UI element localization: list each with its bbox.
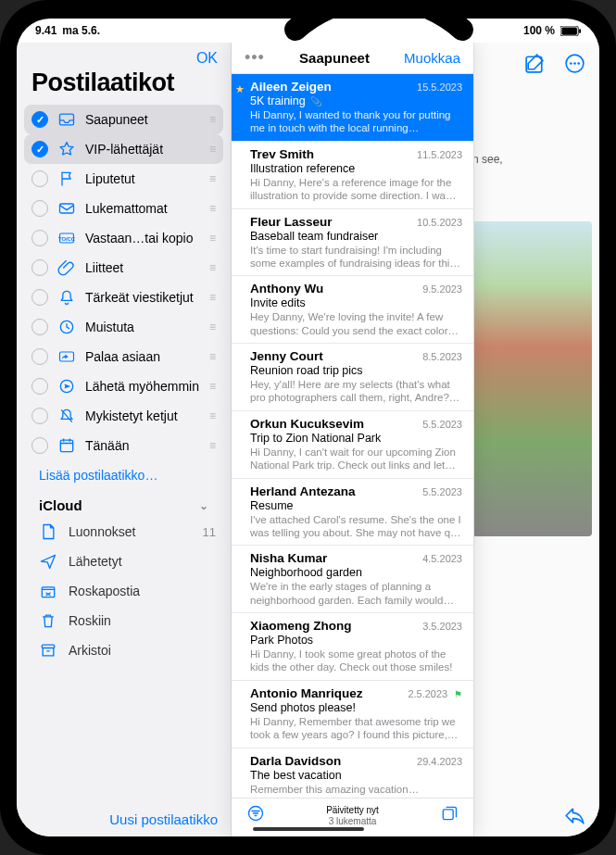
message-preview: It's time to start fundraising! I'm incl… [250,244,462,270]
svg-rect-12 [42,587,54,597]
sidebar-item-label: Saapuneet [85,112,200,127]
inbox-edit-button[interactable]: Muokkaa [404,50,460,66]
ok-button[interactable]: OK [196,50,218,67]
message-date: 2.5.2023 ⚑ [408,688,462,699]
checkbox[interactable] [31,408,48,424]
svg-rect-13 [42,645,54,648]
reorder-grip-icon[interactable]: ≡ [209,232,216,245]
message-pane: n see, [465,43,599,836]
sidebar-item-saapuneet[interactable]: Saapuneet≡ [24,105,223,134]
sidebar-item-liitteet[interactable]: Liitteet≡ [24,253,223,283]
reply-icon[interactable] [563,804,586,827]
account-item-roskapostia[interactable]: Roskapostia [24,576,223,606]
reorder-grip-icon[interactable]: ≡ [209,439,216,452]
message-row[interactable]: Jenny Court8.5.2023Reunion road trip pic… [232,344,473,411]
envelope-icon [57,199,76,218]
sidebar-item-l-het-my-hemmin[interactable]: Lähetä myöhemmin≡ [24,371,223,401]
checkbox[interactable] [31,437,48,454]
account-item-roskiin[interactable]: Roskiin [24,606,223,635]
sidebar-title: Postilaatikot [17,69,231,105]
sidebar-item-vastaan-tai-kopio[interactable]: TO/CCVastaan…tai kopio≡ [24,223,223,253]
reorder-grip-icon[interactable]: ≡ [209,380,216,393]
message-row[interactable]: Xiaomeng Zhong3.5.2023Park PhotosHi Dann… [232,613,473,681]
reorder-grip-icon[interactable]: ≡ [209,261,216,274]
flag-icon: ⚑ [451,689,462,699]
message-row[interactable]: Trev Smith11.5.2023Illustration referenc… [232,142,473,209]
checkbox[interactable] [31,141,48,157]
reorder-grip-icon[interactable]: ≡ [209,143,216,156]
filter-icon[interactable] [246,804,265,827]
sidebar-item-label: Vastaan…tai kopio [85,231,200,245]
home-indicator [253,827,364,831]
checkbox[interactable] [31,200,48,217]
sidebar-item-palaa-asiaan[interactable]: Palaa asiaan≡ [24,342,223,371]
reorder-grip-icon[interactable]: ≡ [209,291,216,304]
sidebar-item-liputetut[interactable]: Liputetut≡ [24,164,223,194]
message-preview: Hi Danny, Remember that awesome trip we … [250,715,462,742]
account-item-arkistoi[interactable]: Arkistoi [24,635,223,665]
message-row[interactable]: Darla Davidson29.4.2023The best vacation… [232,748,473,798]
message-row[interactable]: ★Aileen Zeigen15.5.20235K training 📎Hi D… [232,74,473,142]
account-section-label: iCloud [39,497,82,513]
inbox-list[interactable]: ★Aileen Zeigen15.5.20235K training 📎Hi D… [232,74,473,798]
checkbox[interactable] [31,230,48,246]
message-date: 5.5.2023 [422,486,462,497]
message-row[interactable]: Orkun Kucuksevim5.5.2023Trip to Zion Nat… [232,411,473,479]
inbox-menu-icon[interactable]: ••• [245,48,265,68]
message-row[interactable]: Fleur Lasseur10.5.2023Baseball team fund… [232,209,473,277]
account-item-label: Roskiin [69,613,111,628]
sidebar-item-mykistetyt-ketjut[interactable]: Mykistetyt ketjut≡ [24,401,223,431]
reply-later-icon [57,347,76,366]
checkbox[interactable] [31,289,48,306]
message-sender: Aileen Zeigen [250,80,332,94]
sidebar-item-muistuta[interactable]: Muistuta≡ [24,312,223,342]
message-row[interactable]: Herland Antezana5.5.2023ResumeI've attac… [232,479,473,547]
sidebar-item-vip-l-hett-j-t[interactable]: VIP-lähettäjät≡ [24,134,223,164]
account-section-header[interactable]: iCloud⌄ [24,490,223,517]
reorder-grip-icon[interactable]: ≡ [209,409,216,422]
reorder-grip-icon[interactable]: ≡ [209,172,216,185]
new-mailbox-button[interactable]: Uusi postilaatikko [109,811,218,827]
stack-icon[interactable] [440,804,459,827]
message-sender: Antonio Manriquez [250,686,363,700]
message-row[interactable]: Antonio Manriquez2.5.2023 ⚑Send photos p… [232,681,473,748]
svg-rect-1 [561,27,577,34]
sidebar-item-t-rke-t-viestiketjut[interactable]: Tärkeät viestiketjut≡ [24,283,223,312]
svg-rect-20 [443,810,453,820]
inbox-title: Saapuneet [299,50,370,66]
checkbox[interactable] [31,170,48,187]
checkbox[interactable] [31,378,48,395]
checkbox[interactable] [31,259,48,276]
status-bar: 9.41 ma 5.6. 100 % [17,19,599,43]
sidebar-item-t-n-n[interactable]: Tänään≡ [24,431,223,460]
svg-rect-11 [60,440,72,452]
reorder-grip-icon[interactable]: ≡ [209,321,216,333]
account-item-label: Lähetetyt [69,554,122,569]
draft-icon [39,522,57,541]
message-snippet: n see, [472,153,592,166]
reorder-grip-icon[interactable]: ≡ [209,350,216,363]
message-sender: Trev Smith [250,147,314,161]
account-item-lähetetyt[interactable]: Lähetetyt [24,547,223,576]
add-mailbox-link[interactable]: Lisää postilaatikko… [24,460,223,490]
mailboxes-sidebar: OK Postilaatikot Saapuneet≡VIP-lähettäjä… [17,43,232,836]
svg-point-17 [573,62,576,65]
reorder-grip-icon[interactable]: ≡ [209,202,216,215]
message-preview: I've attached Carol's resume. She's the … [250,513,462,540]
message-date: 3.5.2023 [422,621,462,632]
account-item-luonnokset[interactable]: Luonnokset11 [24,517,223,547]
checkbox[interactable] [31,111,48,128]
checkbox[interactable] [31,319,48,335]
message-row[interactable]: Anthony Wu9.5.2023Invite editsHey Danny,… [232,276,473,344]
more-icon[interactable] [563,52,586,75]
message-sender: Nisha Kumar [250,551,327,565]
battery-pct: 100 % [523,24,555,37]
message-preview: Remember this amazing vacation… [250,783,462,796]
compose-icon[interactable] [523,52,547,75]
checkbox[interactable] [31,348,48,365]
message-row[interactable]: Nisha Kumar4.5.2023Neighborhood gardenWe… [232,546,473,613]
sidebar-item-lukemattomat[interactable]: Lukemattomat≡ [24,194,223,223]
reorder-grip-icon[interactable]: ≡ [209,113,216,126]
message-subject: Resume [250,499,462,512]
message-date: 8.5.2023 [422,351,462,362]
